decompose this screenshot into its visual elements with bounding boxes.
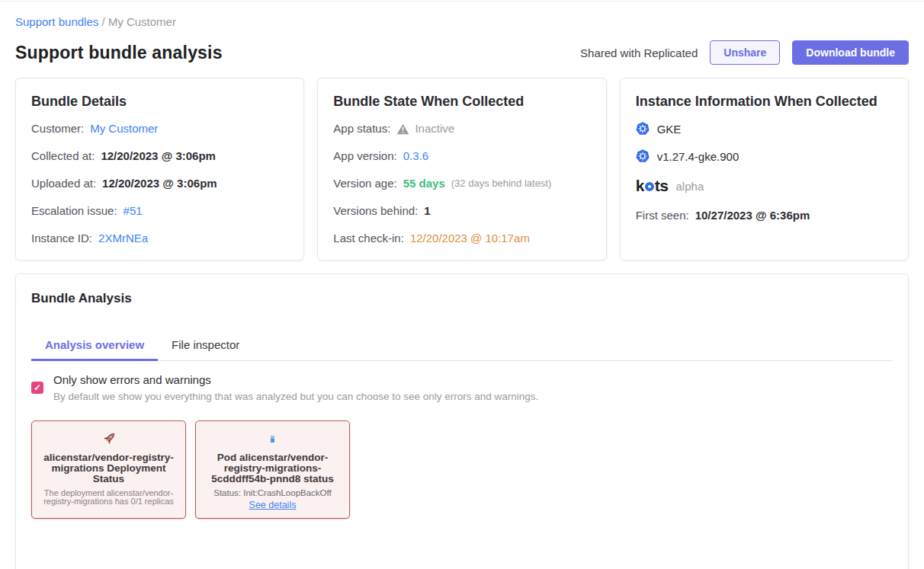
pod-status-error-card: Pod alicenstar/vendor-registry-migration… [195,420,350,519]
filter-description: By default we show you everything that w… [53,391,538,402]
versions-behind-value: 1 [424,204,430,217]
error-card-status: Status: Init:CrashLoopBackOff [213,488,331,497]
kubernetes-icon [636,149,650,163]
uploaded-at-label: Uploaded at: [31,177,96,190]
last-checkin-row: Last check-in: 12/20/2023 @ 10:17am [333,232,590,245]
download-bundle-button[interactable]: Download bundle [792,40,909,65]
top-divider [0,0,924,2]
bundle-analysis-card: Bundle Analysis Analysis overview File i… [15,273,909,569]
checkmark-icon: ✓ [34,383,41,392]
versions-behind-label: Versions behind: [333,204,418,217]
error-card-description: The deployment alicenstar/vendor-registr… [40,489,178,505]
uploaded-at-value: 12/20/2023 @ 3:06pm [102,177,217,190]
kots-logo-o [645,182,654,191]
analysis-tabs: Analysis overview File inspector [31,332,893,361]
first-seen-label: First seen: [636,209,689,222]
error-card-title: Pod alicenstar/vendor-registry-migration… [204,452,342,484]
instance-id-link[interactable]: 2XMrNEa [98,232,148,245]
bundle-state-card: Bundle State When Collected App status: … [317,78,606,261]
breadcrumb-separator: / [101,15,104,28]
app-status-value: Inactive [415,122,454,135]
breadcrumb-current: My Customer [108,15,176,28]
app-version-row: App version: 0.3.6 [333,149,590,162]
page-header: Support bundle analysis Shared with Repl… [15,40,909,65]
instance-id-label: Instance ID: [31,232,92,245]
escalation-issue-link[interactable]: #51 [124,204,143,217]
error-cards-row: alicenstar/vendor-registry-migrations De… [31,420,893,519]
k8s-version-row: v1.27.4-gke.900 [636,149,893,163]
kots-channel-value: alpha [676,180,704,193]
instance-id-row: Instance ID: 2XMrNEa [31,232,288,245]
filter-text-block: Only show errors and warnings By default… [53,373,538,402]
collected-at-value: 12/20/2023 @ 3:06pm [101,149,216,162]
version-age-note: (32 days behind latest) [451,177,552,189]
first-seen-row: First seen: 10/27/2023 @ 6:36pm [636,209,893,222]
kots-logo-icon: k ts [636,177,669,195]
uploaded-at-row: Uploaded at: 12/20/2023 @ 3:06pm [31,177,288,190]
kots-row: k ts alpha [636,177,893,195]
app-status-label: App status: [333,122,390,135]
version-age-row: Version age: 55 days (32 days behind lat… [333,177,590,190]
collected-at-label: Collected at: [31,149,95,162]
error-card-title: alicenstar/vendor-registry-migrations De… [40,452,178,484]
distribution-value: GKE [657,123,682,136]
customer-label: Customer: [31,122,84,135]
kubernetes-icon [636,122,650,136]
deployment-status-error-card: alicenstar/vendor-registry-migrations De… [31,420,186,519]
filter-row: ✓ Only show errors and warnings By defau… [31,373,893,402]
app-version-label: App version: [333,149,396,162]
breadcrumb: Support bundles / My Customer [15,15,909,28]
app-version-link[interactable]: 0.3.6 [403,149,428,162]
page-title: Support bundle analysis [15,43,223,63]
first-seen-value: 10/27/2023 @ 6:36pm [695,209,810,222]
escalation-issue-row: Escalation issue: #51 [31,204,288,217]
support-bundle-page: Support bundles / My Customer Support bu… [0,15,924,569]
bundle-details-card: Bundle Details Customer: My Customer Col… [15,78,304,261]
see-details-link[interactable]: See details [249,500,297,510]
tab-analysis-overview[interactable]: Analysis overview [31,332,158,360]
only-errors-checkbox[interactable]: ✓ [31,382,43,394]
version-age-value: 55 days [403,177,445,190]
version-age-label: Version age: [333,177,396,190]
versions-behind-row: Versions behind: 1 [333,204,590,217]
k8s-version-value: v1.27.4-gke.900 [657,150,740,163]
distribution-row: GKE [636,122,893,136]
last-checkin-value: 12/20/2023 @ 10:17am [410,232,530,245]
tab-file-inspector[interactable]: File inspector [158,332,253,360]
breadcrumb-support-bundles-link[interactable]: Support bundles [15,15,98,28]
app-status-row: App status: Inactive [333,122,590,135]
unshare-button[interactable]: Unshare [710,40,780,65]
collected-at-row: Collected at: 12/20/2023 @ 3:06pm [31,149,288,162]
customer-row: Customer: My Customer [31,122,288,135]
last-checkin-label: Last check-in: [333,232,404,245]
filter-label: Only show errors and warnings [53,373,538,386]
instance-info-title: Instance Information When Collected [636,94,893,110]
header-actions: Shared with Replicated Unshare Download … [580,40,909,65]
bundle-details-title: Bundle Details [31,94,288,110]
broken-image-icon [271,430,274,448]
shared-status-text: Shared with Replicated [580,46,698,59]
bundle-analysis-title: Bundle Analysis [16,274,908,306]
rocket-icon [101,430,117,448]
bundle-state-title: Bundle State When Collected [333,94,590,110]
kots-logo-k: k [636,177,644,195]
info-cards-row: Bundle Details Customer: My Customer Col… [15,78,909,261]
instance-info-card: Instance Information When Collected [620,78,909,261]
escalation-issue-label: Escalation issue: [31,204,117,217]
customer-link[interactable]: My Customer [90,122,158,135]
warning-icon [396,123,409,135]
kots-logo-ts: ts [655,177,669,195]
